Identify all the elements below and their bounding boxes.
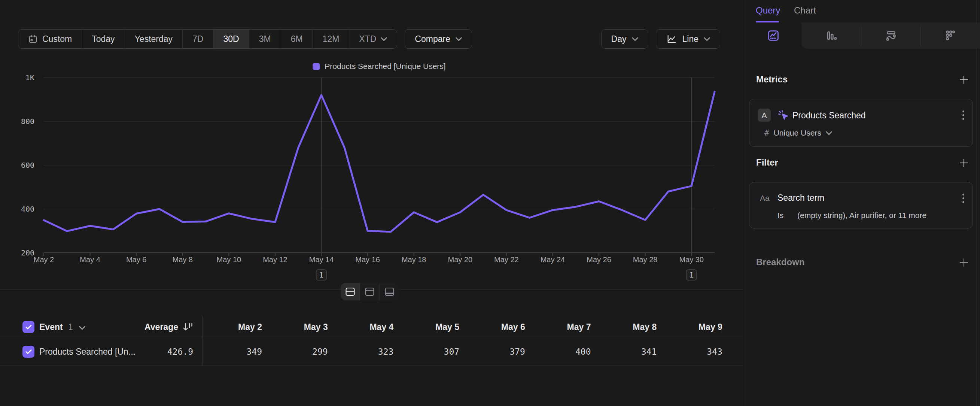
- text-property-icon: Aa: [760, 194, 770, 203]
- chevron-down-icon: [632, 37, 638, 41]
- range-label: Today: [92, 34, 115, 44]
- date-column-header[interactable]: May 9: [666, 322, 722, 332]
- chevron-down-icon: [826, 131, 832, 135]
- range-12m[interactable]: 12M: [313, 30, 350, 48]
- date-column-header[interactable]: May 2: [206, 322, 262, 332]
- y-axis-label: 600: [21, 161, 35, 170]
- funnel-bars-icon: [825, 29, 838, 42]
- aggregation-selector[interactable]: # Unique Users: [764, 129, 832, 137]
- y-axis-label: 800: [21, 117, 35, 126]
- metric-card[interactable]: A Products Searched # Unique Users: [749, 99, 973, 147]
- x-axis-label: May 6: [126, 255, 146, 264]
- filter-values[interactable]: (empty string), Air purifier, or 11 more: [797, 211, 926, 220]
- series-checkbox[interactable]: [22, 346, 35, 358]
- legend-label: Products Searched [Unique Users]: [325, 62, 445, 71]
- filter-heading: Filter: [756, 157, 778, 168]
- add-metric-button[interactable]: [958, 74, 969, 85]
- kebab-menu-icon[interactable]: [963, 110, 964, 120]
- chevron-down-icon: [79, 326, 85, 330]
- chart-style-button[interactable]: Line: [656, 29, 720, 49]
- x-axis-label: May 10: [217, 255, 242, 264]
- value-cell: 307: [403, 347, 459, 357]
- add-filter-button[interactable]: [958, 157, 969, 169]
- date-column-header[interactable]: May 7: [535, 322, 591, 332]
- x-axis-label: May 4: [80, 255, 100, 264]
- metric-letter-badge: A: [758, 108, 771, 122]
- add-breakdown-button[interactable]: [958, 257, 969, 268]
- svg-text:1: 1: [319, 271, 323, 279]
- svg-text:1: 1: [689, 271, 693, 279]
- series-name[interactable]: Products Searched [Un...: [39, 347, 135, 357]
- chevron-down-icon: [704, 37, 710, 41]
- layout-split-button[interactable]: [340, 283, 360, 300]
- average-header[interactable]: Average: [126, 322, 178, 332]
- event-header[interactable]: Event 1: [39, 322, 85, 332]
- metric-name[interactable]: Products Searched: [792, 110, 866, 121]
- breakdown-heading: Breakdown: [756, 257, 805, 267]
- range-7d[interactable]: 7D: [183, 30, 213, 48]
- chart-type-retention[interactable]: [921, 22, 980, 49]
- range-label: 30D: [223, 34, 239, 44]
- value-cell: 349: [206, 347, 262, 357]
- filter-card[interactable]: Aa Search term Is (empty string), Air pu…: [749, 182, 973, 228]
- plus-icon: [958, 157, 969, 169]
- y-axis-label: 200: [21, 248, 35, 257]
- tab-query[interactable]: Query: [756, 0, 780, 21]
- series-line[interactable]: [44, 92, 714, 232]
- chart-type-selector: [743, 22, 980, 49]
- y-axis-label: 1K: [25, 73, 35, 82]
- line-chart[interactable]: 2004006008001KMay 2May 4May 6May 8May 10…: [0, 73, 743, 283]
- range-today[interactable]: Today: [82, 30, 125, 48]
- retention-dots-icon: [944, 29, 957, 42]
- date-column-header[interactable]: May 4: [337, 322, 393, 332]
- layout-table-only-button[interactable]: [380, 283, 399, 300]
- filter-property-name[interactable]: Search term: [778, 193, 824, 203]
- range-3m[interactable]: 3M: [249, 30, 281, 48]
- flows-icon: [885, 29, 897, 42]
- value-cell: 341: [600, 347, 657, 357]
- value-cell: 379: [469, 347, 525, 357]
- check-icon: [25, 325, 32, 330]
- chevron-down-icon: [381, 37, 387, 41]
- layout-chart-only-button[interactable]: [360, 283, 380, 300]
- x-axis-label: May 12: [263, 255, 288, 264]
- x-axis-label: May 2: [34, 255, 54, 264]
- kebab-menu-icon[interactable]: [963, 194, 964, 203]
- range-label: 3M: [259, 34, 271, 44]
- x-axis-label: May 8: [173, 255, 193, 264]
- range-label: 6M: [291, 34, 303, 44]
- granularity-label: Day: [611, 34, 627, 44]
- series-average: 426.9: [126, 347, 193, 357]
- compare-label: Compare: [415, 34, 450, 44]
- range-xtd[interactable]: XTD: [349, 30, 397, 48]
- date-range-group: CustomTodayYesterday7D30D3M6M12MXTD: [18, 29, 397, 49]
- value-cell: 343: [666, 347, 722, 357]
- range-30d[interactable]: 30D: [213, 30, 249, 48]
- x-axis-label: May 24: [541, 255, 565, 264]
- event-group-checkbox[interactable]: [22, 321, 35, 333]
- range-yesterday[interactable]: Yesterday: [125, 30, 183, 48]
- insights-line-icon: [767, 29, 780, 42]
- sort-icon[interactable]: [182, 322, 194, 332]
- date-column-header[interactable]: May 5: [403, 322, 459, 332]
- tab-chart[interactable]: Chart: [794, 0, 816, 21]
- filter-operator[interactable]: Is: [778, 211, 783, 220]
- chart-type-flows[interactable]: [861, 22, 921, 49]
- compare-button[interactable]: Compare: [405, 29, 472, 49]
- date-column-header[interactable]: May 3: [272, 322, 328, 332]
- check-icon: [25, 349, 32, 354]
- x-axis-label: May 30: [679, 255, 704, 264]
- range-custom[interactable]: Custom: [18, 30, 82, 48]
- legend-swatch: [313, 63, 320, 70]
- chart-type-insights[interactable]: [743, 22, 803, 49]
- date-column-header[interactable]: May 8: [600, 322, 657, 332]
- x-axis-label: May 22: [494, 255, 519, 264]
- granularity-button[interactable]: Day: [601, 29, 648, 49]
- sidebar-scrollbar-track[interactable]: [976, 0, 977, 406]
- date-column-header[interactable]: May 6: [469, 322, 525, 332]
- range-label: Custom: [42, 34, 72, 44]
- range-6m[interactable]: 6M: [281, 30, 313, 48]
- chart-type-bars[interactable]: [802, 22, 861, 49]
- chart-legend[interactable]: Products Searched [Unique Users]: [313, 62, 445, 71]
- event-label: Event: [39, 322, 63, 332]
